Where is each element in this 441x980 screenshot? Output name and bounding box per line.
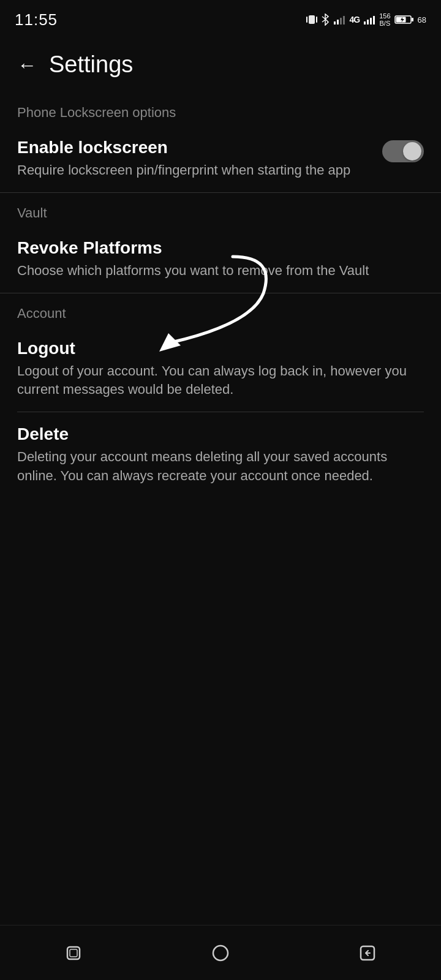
revoke-platforms-content: Revoke Platforms Choose which platforms … — [17, 238, 424, 281]
svg-rect-1 — [306, 17, 307, 23]
enable-lockscreen-desc: Require lockscreen pin/fingerprint when … — [17, 161, 370, 180]
svg-rect-2 — [316, 17, 317, 23]
logout-item[interactable]: Logout Logout of your account. You can a… — [0, 326, 441, 412]
revoke-platforms-title: Revoke Platforms — [17, 238, 412, 258]
signal-icon-1 — [333, 15, 345, 24]
vault-section-label: Vault — [0, 193, 441, 226]
status-icons: 4G 156B/S 68 — [306, 12, 426, 27]
svg-rect-3 — [334, 21, 336, 24]
svg-rect-7 — [364, 21, 366, 24]
svg-rect-15 — [67, 947, 80, 959]
svg-rect-9 — [370, 18, 372, 24]
revoke-platforms-item[interactable]: Revoke Platforms Choose which platforms … — [0, 226, 441, 293]
logout-title: Logout — [17, 339, 412, 358]
page-header: ← Settings — [0, 37, 441, 92]
home-button[interactable] — [202, 935, 239, 971]
network-type-icon: 4G — [349, 15, 360, 24]
delete-title: Delete — [17, 424, 412, 444]
logout-content: Logout Logout of your account. You can a… — [17, 339, 424, 400]
delete-content: Delete Deleting your account means delet… — [17, 424, 424, 486]
vault-section: Vault Revoke Platforms Choose which plat… — [0, 193, 441, 293]
toggle-knob — [403, 142, 421, 160]
logout-desc: Logout of your account. You can always l… — [17, 362, 412, 400]
revoke-platforms-desc: Choose which platforms you want to remov… — [17, 262, 412, 281]
status-time: 11:55 — [15, 10, 58, 29]
network-speed: 156B/S — [379, 12, 390, 27]
battery-icon — [394, 15, 414, 24]
svg-rect-6 — [343, 16, 345, 24]
lockscreen-toggle[interactable] — [382, 140, 424, 162]
account-section: Account Logout Logout of your account. Y… — [0, 293, 441, 498]
lockscreen-toggle-container[interactable] — [382, 140, 424, 162]
svg-rect-8 — [367, 20, 369, 24]
vibrate-icon — [306, 13, 317, 26]
svg-rect-5 — [340, 18, 342, 24]
account-section-label: Account — [0, 293, 441, 326]
page-title: Settings — [49, 51, 133, 78]
recent-apps-button[interactable] — [55, 935, 92, 971]
svg-rect-12 — [396, 17, 405, 23]
signal-icon-2 — [363, 15, 375, 24]
bottom-nav — [0, 925, 441, 980]
svg-point-17 — [213, 946, 228, 960]
enable-lockscreen-title: Enable lockscreen — [17, 138, 370, 157]
lockscreen-section: Phone Lockscreen options Enable lockscre… — [0, 92, 441, 192]
bluetooth-icon — [321, 13, 330, 26]
battery-percent: 68 — [418, 15, 426, 24]
svg-rect-16 — [70, 949, 77, 957]
svg-rect-10 — [373, 16, 375, 24]
delete-desc: Deleting your account means deleting all… — [17, 448, 412, 486]
svg-rect-0 — [309, 15, 315, 24]
enable-lockscreen-content: Enable lockscreen Require lockscreen pin… — [17, 138, 382, 180]
delete-item[interactable]: Delete Deleting your account means delet… — [0, 412, 441, 498]
lockscreen-section-label: Phone Lockscreen options — [0, 92, 441, 126]
back-button[interactable]: ← — [17, 55, 37, 75]
back-nav-button[interactable] — [349, 935, 386, 971]
svg-rect-4 — [337, 20, 339, 24]
enable-lockscreen-item[interactable]: Enable lockscreen Require lockscreen pin… — [0, 126, 441, 192]
svg-rect-13 — [412, 18, 413, 21]
status-bar: 11:55 4G — [0, 0, 441, 37]
